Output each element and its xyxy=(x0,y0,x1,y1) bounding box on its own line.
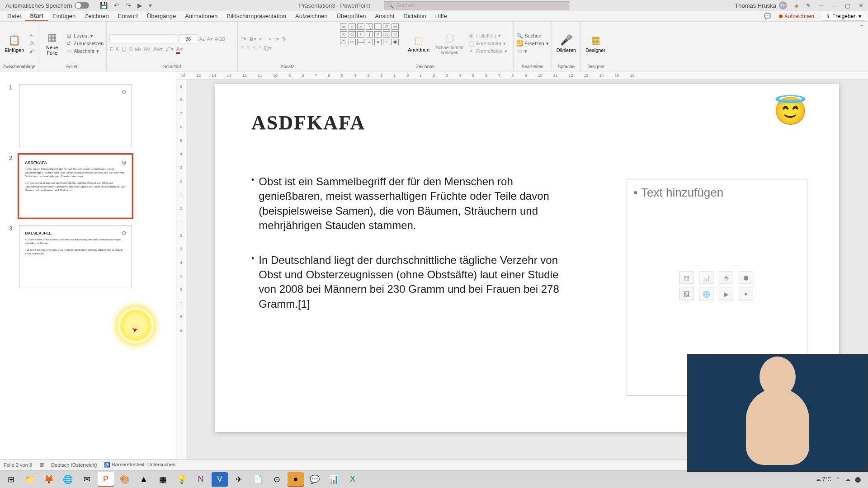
increase-indent-button[interactable]: ⇥ xyxy=(266,36,271,42)
redo-icon[interactable]: ↷ xyxy=(126,2,131,9)
highlight-button[interactable]: 🖍▾ xyxy=(165,46,174,52)
insert-icon-icon[interactable]: ✦ xyxy=(739,288,753,300)
slide-thumbnail-2[interactable]: ☺ ASDFKAFA • Obst ist ein Sammelbegriff … xyxy=(19,155,132,218)
dictate-button[interactable]: 🎤Diktieren xyxy=(555,23,578,63)
layout-button[interactable]: ▤Layout ▾ xyxy=(66,33,104,39)
tab-aufzeichnen[interactable]: Aufzeichnen xyxy=(291,11,332,21)
replace-button[interactable]: 🔁Ersetzen ▾ xyxy=(516,40,548,47)
firefox-icon[interactable]: 🦊 xyxy=(41,472,57,487)
minimize-button[interactable]: — xyxy=(831,2,837,9)
arrange-button[interactable]: ⬚Anordnen xyxy=(406,23,431,63)
discord-icon[interactable]: 💬 xyxy=(307,472,323,487)
tab-start[interactable]: Start xyxy=(25,11,48,21)
diamond-icon[interactable]: ◆ xyxy=(794,2,799,9)
decrease-font-icon[interactable]: A▾ xyxy=(207,36,213,42)
strikethrough-button[interactable]: S xyxy=(128,46,132,52)
tab-dictation[interactable]: Dictation xyxy=(399,11,431,21)
tab-animationen[interactable]: Animationen xyxy=(180,11,222,21)
insert-chart-icon[interactable]: 📊 xyxy=(699,272,713,284)
tab-entwurf[interactable]: Entwurf xyxy=(113,11,142,21)
new-slide-button[interactable]: ▦Neue Folie xyxy=(41,23,63,63)
search-input[interactable]: 🔍 Suchen xyxy=(384,1,569,9)
outlook-icon[interactable]: ✉ xyxy=(79,472,95,487)
window-icon[interactable]: ▭ xyxy=(818,2,824,9)
insert-video-icon[interactable]: ▶ xyxy=(719,288,733,300)
align-right-button[interactable]: ≡ xyxy=(252,45,255,51)
tab-datei[interactable]: Datei xyxy=(3,11,25,21)
file-explorer-icon[interactable]: 📁 xyxy=(22,472,38,487)
save-icon[interactable]: 💾 xyxy=(100,2,108,9)
line-spacing-button[interactable]: ↕▾ xyxy=(274,36,279,42)
app-icon-3[interactable]: 💡 xyxy=(174,472,190,487)
undo-icon[interactable]: ↶ xyxy=(114,2,119,9)
insert-table-icon[interactable]: ▦ xyxy=(679,272,693,284)
slide-thumbnail-3[interactable]: ☺ DALSEKJFEL • Lorem ipsum dolor sit ame… xyxy=(19,225,132,288)
format-painter-button[interactable]: 🖌 xyxy=(28,48,35,54)
bold-button[interactable]: F xyxy=(109,46,113,52)
insert-smartart-icon[interactable]: ⬘ xyxy=(719,272,733,284)
find-button[interactable]: 🔍Suchen xyxy=(516,33,548,39)
language-indicator[interactable]: Deutsch (Österreich) xyxy=(51,462,97,468)
accessibility-icon[interactable]: ▥ xyxy=(39,462,44,468)
telegram-icon[interactable]: ✈ xyxy=(231,472,247,487)
shapes-gallery[interactable]: ▭○△╲→□▭ ◇⬠{}↗⬡▽ ◯⬭⟶⬰★☆⬟ xyxy=(340,23,403,63)
tab-ansicht[interactable]: Ansicht xyxy=(371,11,399,21)
placeholder-content-icons[interactable]: ▦ 📊 ⬘ ⬢ 🖼 🌐 ▶ ✦ xyxy=(679,272,755,300)
close-button[interactable]: ✕ xyxy=(859,2,863,9)
italic-button[interactable]: K xyxy=(116,46,119,52)
app-v-icon[interactable]: V xyxy=(212,472,228,487)
slide-thumbnails-pane[interactable]: 1 ☺ 2 ☺ ASDFKAFA • Obst ist ein Sammelbe… xyxy=(0,80,176,459)
underline-button[interactable]: U xyxy=(122,46,126,52)
align-center-button[interactable]: ≡ xyxy=(246,45,250,51)
user-account[interactable]: Thomas Hruska TH xyxy=(735,1,787,9)
clear-format-icon[interactable]: A⌫ xyxy=(215,36,225,42)
excel-icon[interactable]: X xyxy=(344,472,361,487)
toggle-off-icon[interactable] xyxy=(75,2,89,9)
case-button[interactable]: Aa▾ xyxy=(153,46,163,52)
increase-font-icon[interactable]: A▴ xyxy=(199,36,205,42)
shadow-button[interactable]: ab xyxy=(135,46,141,52)
onenote-icon[interactable]: N xyxy=(193,472,209,487)
reset-button[interactable]: ↺Zurücksetzen xyxy=(66,40,104,47)
font-family-input[interactable] xyxy=(109,34,177,43)
columns-button[interactable]: ▥▾ xyxy=(264,45,272,51)
numbering-button[interactable]: ≣▾ xyxy=(249,36,256,42)
tray-cloud-icon[interactable]: ☁ xyxy=(845,476,850,483)
slide-thumbnail-1[interactable]: ☺ xyxy=(19,84,132,147)
maximize-button[interactable]: ▢ xyxy=(845,2,850,9)
record-button[interactable]: Aufzeichnen xyxy=(776,12,817,21)
tab-zeichnen[interactable]: Zeichnen xyxy=(80,11,113,21)
spacing-button[interactable]: AV xyxy=(144,46,151,52)
decrease-indent-button[interactable]: ⇤ xyxy=(259,36,264,42)
font-size-input[interactable]: 36 xyxy=(179,34,197,43)
copy-button[interactable]: ⧉ xyxy=(28,40,35,47)
tab-bildschirmpraesentation[interactable]: Bildschirmpräsentation xyxy=(222,11,291,21)
tab-ueberpruefen[interactable]: Überprüfen xyxy=(332,11,371,21)
chrome-icon[interactable]: 🌐 xyxy=(60,472,76,487)
quickstyles-button[interactable]: ▢Schnellformat vorlagen xyxy=(434,23,465,63)
insert-3d-icon[interactable]: ⬢ xyxy=(739,272,753,284)
tab-einfuegen[interactable]: Einfügen xyxy=(48,11,80,21)
bullets-button[interactable]: ≡▾ xyxy=(241,36,246,42)
shape-effects-button[interactable]: ✦Formeffekte ▾ xyxy=(468,48,507,54)
tab-uebergaenge[interactable]: Übergänge xyxy=(142,11,180,21)
paste-button[interactable]: 📋Einfügen xyxy=(3,23,26,63)
insert-online-picture-icon[interactable]: 🌐 xyxy=(699,288,713,300)
tray-app-icon[interactable]: ⬤ xyxy=(855,476,861,483)
app-icon-7[interactable]: 📊 xyxy=(326,472,342,487)
autosave-toggle[interactable]: Automatisches Speichern xyxy=(5,2,89,9)
collapse-ribbon-button[interactable]: ⌃ xyxy=(855,22,868,71)
share-button[interactable]: ⇪Freigeben▾ xyxy=(822,12,865,21)
app-icon-6[interactable]: ● xyxy=(288,472,304,487)
text-direction-button[interactable]: ⇅ xyxy=(282,36,286,42)
cut-button[interactable]: ✂ xyxy=(28,33,35,39)
app-icon-5[interactable]: ⊙ xyxy=(269,472,285,487)
tab-hilfe[interactable]: Hilfe xyxy=(431,11,452,21)
draw-icon[interactable]: ✎ xyxy=(806,2,811,9)
app-icon-4[interactable]: 📄 xyxy=(250,472,266,487)
font-color-button[interactable]: A▾ xyxy=(176,46,183,52)
align-left-button[interactable]: ≡ xyxy=(241,45,244,51)
tray-chevron-icon[interactable]: ⌃ xyxy=(836,476,840,483)
shape-fill-button[interactable]: ◉Fülleffekt ▾ xyxy=(468,33,507,39)
accessibility-check[interactable]: ♿ Barrierefreiheit: Untersuchen xyxy=(104,462,175,468)
